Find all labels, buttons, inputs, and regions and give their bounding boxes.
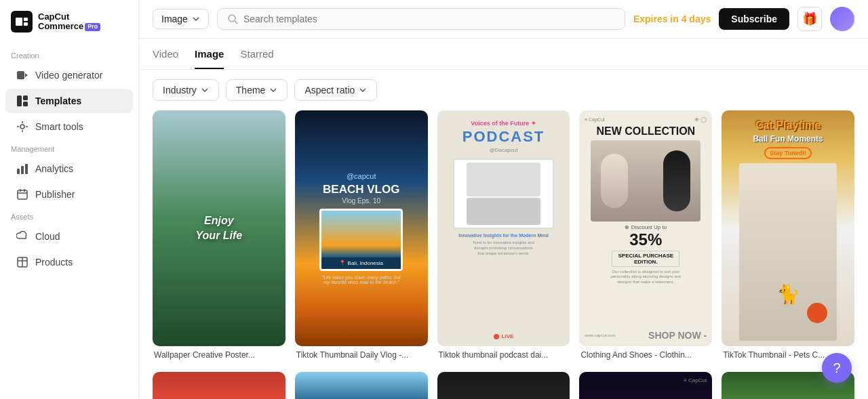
templates-row-2: CAT NAPS Cat Naps bbox=[153, 372, 854, 399]
logo-area: CapCut CommercePro bbox=[0, 11, 138, 46]
svg-rect-8 bbox=[23, 102, 28, 106]
filter-theme-label: Theme bbox=[236, 85, 266, 96]
tab-starred[interactable]: Starred bbox=[240, 48, 273, 69]
sidebar-item-label-templates: Templates bbox=[35, 96, 81, 106]
templates-grid: EnjoyYour Life Wallpaper Creative Poster… bbox=[139, 110, 868, 399]
template-card[interactable] bbox=[295, 372, 428, 399]
sidebar-item-analytics[interactable]: Analytics bbox=[5, 156, 133, 181]
expires-text: Expires in 4 days bbox=[633, 14, 711, 24]
filter-aspect-ratio[interactable]: Aspect ratio bbox=[294, 79, 377, 101]
chevron-down-icon bbox=[201, 86, 209, 94]
svg-rect-14 bbox=[17, 169, 20, 174]
sidebar-item-templates[interactable]: Templates bbox=[5, 89, 133, 113]
logo-title: CapCut CommercePro bbox=[38, 12, 100, 32]
template-card[interactable]: @capcut BEACH VLOG Vlog Eps. 10 📍 Bali, … bbox=[295, 110, 428, 361]
svg-rect-2 bbox=[24, 18, 28, 21]
main-content: Image Expires in 4 days Subscribe 🎁 Vide… bbox=[139, 0, 868, 399]
management-section-label: Management bbox=[0, 140, 138, 156]
chevron-down-icon bbox=[359, 86, 367, 94]
svg-line-25 bbox=[235, 21, 237, 24]
svg-marker-5 bbox=[25, 73, 28, 77]
assets-section-label: Assets bbox=[0, 207, 138, 224]
svg-rect-16 bbox=[25, 164, 28, 174]
chevron-down-icon bbox=[269, 86, 277, 94]
svg-rect-6 bbox=[17, 96, 22, 106]
template-card[interactable]: EnjoyYour Life Wallpaper Creative Poster… bbox=[153, 110, 285, 361]
tab-image[interactable]: Image bbox=[195, 48, 224, 69]
svg-rect-17 bbox=[18, 190, 27, 199]
publisher-icon bbox=[16, 188, 28, 201]
tab-video[interactable]: Video bbox=[153, 48, 178, 69]
search-icon bbox=[227, 14, 238, 24]
filters-bar: Industry Theme Aspect ratio bbox=[139, 70, 868, 110]
sidebar-item-smart-tools[interactable]: Smart tools bbox=[5, 114, 133, 139]
sidebar-item-cloud[interactable]: Cloud bbox=[5, 224, 133, 249]
template-card[interactable]: ≡ CapCut ⊕ ◯ NEW COLLECTION ⊕ Discount U… bbox=[579, 110, 712, 361]
sidebar-item-label-smart-tools: Smart tools bbox=[35, 121, 83, 132]
sidebar-item-label-analytics: Analytics bbox=[35, 163, 73, 174]
pro-badge: Pro bbox=[85, 23, 100, 31]
creation-section-label: Creation bbox=[0, 46, 138, 62]
template-card[interactable]: CAT NAPS Cat Naps bbox=[153, 372, 285, 399]
products-icon bbox=[16, 256, 28, 268]
sidebar-item-label-products: Products bbox=[35, 257, 73, 268]
filter-aspect-ratio-label: Aspect ratio bbox=[304, 85, 355, 96]
template-card[interactable]: Cat PlaytimeBall Fun Moments Stay Tuned!… bbox=[722, 110, 854, 361]
svg-rect-15 bbox=[21, 166, 24, 174]
help-icon: ? bbox=[833, 360, 840, 376]
filter-theme[interactable]: Theme bbox=[226, 79, 288, 101]
gift-icon: 🎁 bbox=[802, 12, 817, 26]
card-label: Tiktok thumbnail podcast dai... bbox=[437, 346, 570, 361]
svg-point-9 bbox=[20, 125, 24, 129]
sidebar-item-products[interactable]: Products bbox=[5, 250, 133, 274]
tabs-bar: Video Image Starred bbox=[139, 39, 868, 70]
sidebar-item-label-cloud: Cloud bbox=[35, 231, 60, 242]
svg-point-24 bbox=[229, 15, 235, 22]
card-label: Wallpaper Creative Poster... bbox=[153, 346, 285, 361]
chevron-down-icon bbox=[192, 15, 200, 23]
type-selector-label: Image bbox=[161, 14, 188, 24]
type-selector[interactable]: Image bbox=[153, 9, 209, 29]
video-generator-icon bbox=[16, 69, 28, 81]
filter-industry-label: Industry bbox=[163, 85, 197, 96]
card-label: Tiktok Thumbnail Daily Vlog -... bbox=[295, 346, 428, 361]
analytics-icon bbox=[16, 163, 28, 175]
filter-industry[interactable]: Industry bbox=[153, 79, 219, 101]
svg-rect-4 bbox=[17, 71, 24, 79]
sidebar-item-publisher[interactable]: Publisher bbox=[5, 182, 133, 207]
card-label: Clothing And Shoes - Clothin... bbox=[579, 346, 712, 361]
template-card[interactable]: everything everything bbox=[437, 372, 570, 399]
template-card[interactable]: Voices of the Future ✦ PODCAST @Dacapcut… bbox=[437, 110, 570, 361]
sidebar-item-video-generator[interactable]: Video generator bbox=[5, 63, 133, 87]
svg-rect-1 bbox=[16, 18, 22, 26]
gift-button[interactable]: 🎁 bbox=[797, 7, 822, 31]
sidebar: CapCut CommercePro Creation Video genera… bbox=[0, 0, 139, 399]
templates-icon bbox=[16, 95, 28, 107]
topbar: Image Expires in 4 days Subscribe 🎁 bbox=[139, 0, 868, 39]
capcut-logo-icon bbox=[11, 11, 33, 33]
smart-tools-icon bbox=[16, 121, 28, 133]
cloud-icon bbox=[16, 230, 28, 243]
search-bar[interactable] bbox=[217, 8, 625, 30]
sidebar-item-label-video-generator: Video generator bbox=[35, 70, 102, 81]
avatar[interactable] bbox=[830, 7, 854, 31]
template-card[interactable]: ≡ CapCut bbox=[579, 372, 712, 399]
sidebar-item-label-publisher: Publisher bbox=[35, 189, 75, 200]
svg-rect-3 bbox=[24, 22, 28, 26]
search-input[interactable] bbox=[243, 14, 615, 24]
svg-rect-7 bbox=[23, 96, 28, 100]
subscribe-button[interactable]: Subscribe bbox=[719, 8, 789, 30]
templates-row-1: EnjoyYour Life Wallpaper Creative Poster… bbox=[153, 110, 854, 361]
help-fab-button[interactable]: ? bbox=[822, 353, 852, 383]
